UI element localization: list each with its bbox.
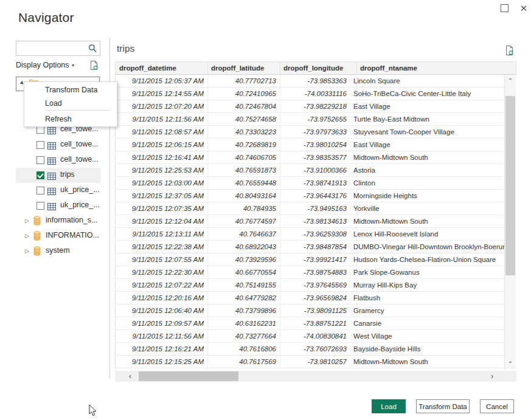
close-button[interactable]: ✕: [517, 1, 530, 15]
tree-item-table[interactable]: uk_price_...: [16, 198, 100, 213]
cell-latitude: 40.80493164: [207, 192, 276, 199]
tree-item-label: INFORMATIO...: [46, 231, 99, 239]
cell-latitude: 40.75149155: [207, 281, 276, 289]
tree-item-database[interactable]: ▷ information_s...: [16, 213, 100, 229]
cancel-button[interactable]: Cancel: [480, 399, 514, 413]
scroll-left-arrow-icon[interactable]: ‹: [125, 371, 136, 382]
search-input[interactable]: [19, 43, 88, 55]
column-divider[interactable]: [356, 62, 357, 75]
cell-longitude: -73.9810257: [280, 358, 347, 365]
horizontal-scrollbar[interactable]: ‹ ›: [115, 371, 516, 382]
menu-item-transform-data[interactable]: Transform Data: [25, 84, 116, 97]
table-icon: [47, 141, 56, 148]
expand-arrow-icon[interactable]: ▷: [25, 248, 29, 254]
menu-item-load[interactable]: Load: [25, 97, 116, 110]
grid-rows: 9/11/2015 12:05:37 AM40.77702713-73.9853…: [115, 75, 505, 369]
column-divider[interactable]: [207, 62, 208, 75]
refresh-preview-icon[interactable]: [89, 60, 100, 71]
menu-item-label: Refresh: [45, 115, 72, 123]
maximize-button[interactable]: [498, 1, 511, 15]
scroll-up-arrow-icon[interactable]: ⌃: [505, 75, 516, 86]
context-menu[interactable]: Transform Data Load Refresh: [24, 81, 117, 127]
display-options-button[interactable]: Display Options: [16, 61, 69, 69]
load-button[interactable]: Load: [372, 399, 406, 413]
cell-latitude: 40.72689819: [207, 141, 276, 148]
tree-item-label: cell_towe...: [60, 155, 99, 164]
cell-latitude: 40.7646637: [207, 230, 276, 238]
table-checkbox-checked[interactable]: [36, 171, 44, 179]
tree-item-table-trips[interactable]: trips: [16, 168, 100, 183]
tree-item-label: uk_price_...: [60, 185, 100, 194]
horizontal-scrollbar-thumb[interactable]: [139, 371, 238, 381]
refresh-page-icon-svg: [504, 45, 515, 57]
cell-latitude: 40.73929596: [207, 256, 276, 263]
cell-latitude: 40.7616806: [207, 345, 276, 353]
search-icon[interactable]: [88, 44, 97, 56]
chevron-down-icon[interactable]: ▾: [72, 63, 74, 68]
cell-datetime: 9/11/2015 12:07:55 AM: [116, 256, 204, 263]
cell-ntaname: Canarsie: [353, 320, 504, 327]
column-header-dropoff-ntaname[interactable]: dropoff_ntaname: [360, 64, 417, 72]
refresh-page-icon-svg: [89, 60, 100, 71]
cell-ntaname: Hudson Yards-Chelsea-Flatiron-Union Squa…: [353, 256, 504, 263]
database-icon-svg: [33, 231, 41, 241]
tree-item-table[interactable]: uk_price_...: [16, 183, 100, 198]
tree-item-table[interactable]: cell_towe...: [16, 137, 100, 153]
expand-arrow-icon[interactable]: ▷: [25, 218, 29, 224]
table-checkbox[interactable]: [36, 141, 44, 149]
column-divider[interactable]: [280, 62, 280, 75]
cell-latitude: 40.76559448: [207, 179, 276, 187]
menu-item-refresh[interactable]: Refresh: [25, 113, 116, 126]
cell-ntaname: Lenox Hill-Roosevelt Island: [353, 230, 504, 238]
tree-item-table[interactable]: cell_towe...: [16, 153, 100, 168]
vertical-scrollbar[interactable]: ⌃ ⌄: [505, 75, 516, 369]
tree-item-database[interactable]: ▷ INFORMATIO...: [16, 229, 100, 244]
vertical-scrollbar-thumb[interactable]: [505, 96, 515, 275]
table-checkbox[interactable]: [36, 187, 44, 195]
cell-datetime: 9/11/2015 12:07:20 AM: [116, 103, 204, 110]
cell-longitude: -73.96259308: [280, 230, 347, 238]
search-box[interactable]: [16, 41, 100, 56]
table-row: 9/11/2015 12:08:57 AM40.73303223-73.9797…: [116, 126, 504, 139]
cell-ntaname: Gramercy: [353, 307, 504, 314]
table-icon-svg: [47, 173, 56, 180]
cell-datetime: 9/11/2015 12:03:00 AM: [116, 179, 204, 187]
refresh-preview-icon[interactable]: [504, 45, 515, 57]
data-preview-grid[interactable]: dropoff_datetime dropoff_latitude dropof…: [115, 61, 516, 382]
cell-ntaname: East Village: [353, 103, 504, 110]
table-icon-svg: [47, 157, 56, 165]
cell-ntaname: Flatbush: [353, 294, 504, 301]
cell-datetime: 9/11/2015 12:37:05 AM: [116, 192, 204, 199]
search-icon-svg: [88, 44, 97, 53]
column-header-dropoff-datetime[interactable]: dropoff_datetime: [119, 64, 176, 72]
cell-datetime: 9/11/2015 12:16:41 AM: [116, 154, 204, 161]
cell-datetime: 9/11/2015 12:15:25 AM: [116, 358, 204, 365]
scroll-down-arrow-icon[interactable]: ⌄: [505, 355, 516, 366]
table-row: 9/11/2015 12:07:20 AM40.72467804-73.9822…: [116, 100, 504, 113]
table-row: 9/11/2015 12:06:40 AM40.73799896-73.9809…: [116, 305, 504, 317]
tree-item-label: uk_price_...: [60, 201, 100, 209]
cell-ntaname: Stuyvesant Town-Cooper Village: [353, 128, 504, 136]
table-row: 9/11/2015 12:14:55 AM40.72410965-74.0033…: [116, 88, 504, 100]
table-checkbox[interactable]: [36, 202, 44, 210]
column-header-dropoff-latitude[interactable]: dropoff_latitude: [211, 64, 265, 72]
tree-item-database[interactable]: ▷ system: [16, 244, 100, 259]
column-header-dropoff-longitude[interactable]: dropoff_longitude: [283, 64, 343, 72]
expand-arrow-icon[interactable]: ▷: [25, 233, 29, 239]
cell-ntaname: DUMBO-Vinegar Hill-Downtown Brooklyn-Boe…: [353, 243, 504, 250]
table-checkbox[interactable]: [36, 156, 44, 164]
cell-latitude: 40.75274658: [207, 115, 276, 123]
cell-longitude: -73.98353577: [280, 154, 347, 161]
cell-datetime: 9/11/2015 12:11:56 AM: [116, 115, 204, 123]
transform-data-button[interactable]: Transform Data: [416, 399, 470, 413]
tree-item-label: system: [46, 246, 70, 255]
cell-latitude: 40.76774597: [207, 218, 276, 225]
scroll-right-arrow-icon[interactable]: ›: [487, 371, 498, 382]
cell-ntaname: Morningside Heights: [353, 192, 504, 199]
table-icon-svg: [47, 188, 56, 195]
table-row: 9/11/2015 12:20:16 AM40.64779282-73.9656…: [116, 292, 504, 305]
tree-item-label: trips: [60, 170, 75, 179]
menu-item-label: Transform Data: [45, 86, 97, 94]
table-row: 9/11/2015 12:13:11 AM40.7646637-73.96259…: [116, 228, 504, 241]
cell-longitude: -73.97973633: [280, 128, 347, 136]
